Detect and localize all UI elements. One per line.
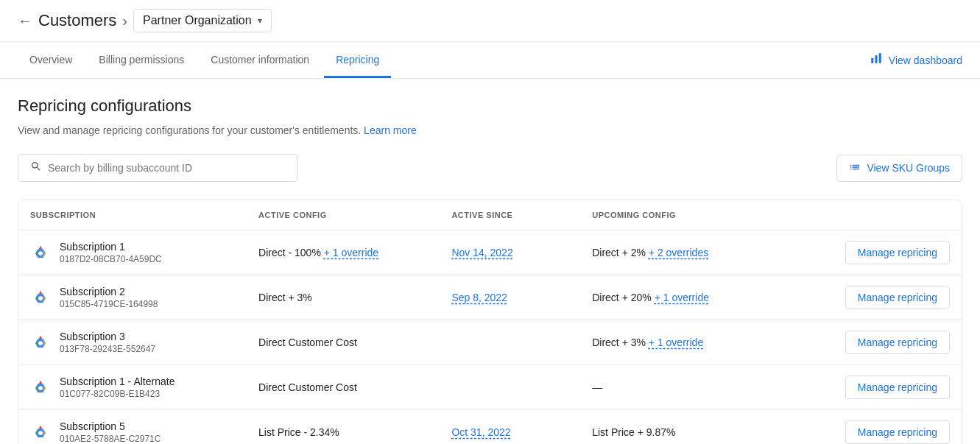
active-config-text: Direct + 3% — [258, 292, 312, 303]
svg-point-3 — [38, 251, 43, 256]
manage-repricing-button[interactable]: Manage repricing — [845, 286, 950, 309]
search-bar — [18, 154, 297, 182]
upcoming-config-cell: Direct + 20% + 1 override — [580, 275, 808, 320]
manage-repricing-button[interactable]: Manage repricing — [845, 241, 950, 264]
search-row: View SKU Groups — [18, 154, 962, 182]
page-title: Repricing configurations — [18, 96, 962, 116]
svg-rect-2 — [879, 53, 881, 63]
search-icon — [30, 161, 42, 175]
active-config-cell: List Price - 2.34% — [247, 410, 440, 445]
manage-repricing-button[interactable]: Manage repricing — [845, 376, 950, 399]
active-since-cell: Nov 14, 2022 — [440, 230, 580, 275]
tab-customer-info[interactable]: Customer information — [199, 42, 321, 78]
active-since-cell: Oct 31, 2022 — [440, 410, 580, 445]
subscription-name: Subscription 1 — [60, 241, 162, 253]
active-config-text: Direct Customer Cost — [258, 336, 357, 348]
view-dashboard-label: View dashboard — [889, 54, 962, 66]
upcoming-config-link[interactable]: + 1 override — [649, 336, 703, 348]
subscription-cell: Subscription 2 015C85-4719CE-164998 — [18, 275, 247, 320]
svg-point-5 — [38, 341, 43, 345]
active-config-cell: Direct + 3% — [247, 275, 440, 320]
col-header-action — [808, 200, 962, 230]
col-header-upcoming-config: Upcoming Config — [580, 200, 808, 230]
learn-more-link[interactable]: Learn more — [364, 124, 417, 136]
upcoming-config-text: Direct + 20% — [592, 292, 652, 303]
table-row: Subscription 3 013F78-29243E-552647 Dire… — [18, 320, 962, 365]
subscriptions-table: Subscription Active Config Active Since … — [18, 200, 962, 444]
active-since-date[interactable]: Oct 31, 2022 — [451, 426, 510, 438]
upcoming-config-link[interactable]: + 1 override — [655, 292, 709, 303]
subscription-id: 015C85-4719CE-164998 — [60, 299, 158, 309]
page-desc-text: View and manage repricing configurations… — [18, 124, 361, 136]
main-content: Repricing configurations View and manage… — [0, 79, 980, 444]
subscription-name: Subscription 2 — [60, 286, 158, 297]
svg-point-7 — [38, 431, 43, 435]
bar-chart-icon — [870, 52, 883, 68]
upcoming-config-text: Direct + 2% — [592, 247, 646, 258]
table-row: Subscription 5 010AE2-5788AE-C2971C List… — [18, 410, 962, 445]
breadcrumb-separator: › — [122, 13, 127, 29]
action-cell: Manage repricing — [808, 320, 962, 365]
action-cell: Manage repricing — [808, 365, 962, 410]
table-row: Subscription 1 - Alternate 01C077-82C09B… — [18, 365, 962, 410]
active-since-cell — [440, 320, 580, 365]
col-header-active-config: Active Config — [247, 200, 440, 230]
subscription-id: 010AE2-5788AE-C2971C — [60, 434, 161, 444]
upcoming-config-text: Direct + 3% — [592, 336, 646, 348]
subscription-id: 0187D2-08CB70-4A59DC — [60, 254, 162, 264]
svg-rect-1 — [875, 55, 877, 63]
subscription-id: 013F78-29243E-552647 — [60, 344, 155, 354]
active-config-text: Direct - 100% — [258, 247, 321, 258]
back-icon: ← — [18, 13, 32, 29]
view-sku-groups-button[interactable]: View SKU Groups — [836, 155, 962, 182]
back-button[interactable]: ← — [18, 13, 32, 29]
svg-point-6 — [38, 386, 43, 390]
active-since-date[interactable]: Nov 14, 2022 — [451, 247, 512, 258]
tabs-bar: Overview Billing permissions Customer in… — [0, 42, 980, 79]
upcoming-config-cell: Direct + 2% + 2 overrides — [580, 230, 808, 275]
active-config-cell: Direct Customer Cost — [247, 365, 440, 410]
subscription-name: Subscription 5 — [60, 420, 161, 432]
subscription-name: Subscription 1 - Alternate — [60, 376, 175, 387]
table-row: Subscription 2 015C85-4719CE-164998 Dire… — [18, 275, 962, 320]
view-dashboard-button[interactable]: View dashboard — [870, 46, 962, 74]
active-config-cell: Direct - 100% + 1 override — [247, 230, 440, 275]
active-since-date[interactable]: Sep 8, 2022 — [451, 292, 507, 303]
breadcrumb-customers: Customers — [38, 11, 116, 30]
subscription-cell: Subscription 5 010AE2-5788AE-C2971C — [18, 410, 247, 445]
view-sku-label: View SKU Groups — [867, 162, 950, 174]
col-header-subscription: Subscription — [18, 200, 247, 230]
page-description: View and manage repricing configurations… — [18, 124, 962, 136]
upcoming-config-text: — — [592, 381, 602, 393]
upcoming-config-cell: — — [580, 365, 808, 410]
subscription-id: 01C077-82C09B-E1B423 — [60, 389, 175, 399]
manage-repricing-button[interactable]: Manage repricing — [845, 331, 950, 354]
list-icon — [849, 161, 861, 175]
search-input[interactable] — [48, 162, 285, 174]
col-header-active-since: Active Since — [440, 200, 580, 230]
subscription-cell: Subscription 1 0187D2-08CB70-4A59DC — [18, 230, 247, 275]
tab-billing[interactable]: Billing permissions — [87, 42, 196, 78]
active-config-link[interactable]: + 1 override — [324, 247, 378, 258]
active-config-text: Direct Customer Cost — [258, 381, 357, 393]
tab-repricing[interactable]: Repricing — [324, 42, 391, 78]
partner-label: Partner Organization — [143, 14, 252, 27]
action-cell: Manage repricing — [808, 230, 962, 275]
chevron-down-icon: ▾ — [258, 15, 262, 26]
active-config-text: List Price - 2.34% — [258, 426, 339, 438]
manage-repricing-button[interactable]: Manage repricing — [845, 420, 950, 444]
partner-dropdown[interactable]: Partner Organization ▾ — [133, 9, 272, 32]
active-since-cell: Sep 8, 2022 — [440, 275, 580, 320]
svg-point-4 — [38, 296, 43, 300]
table-row: Subscription 1 0187D2-08CB70-4A59DC Dire… — [18, 230, 962, 275]
upcoming-config-text: List Price + 9.87% — [592, 426, 675, 438]
active-since-cell — [440, 365, 580, 410]
table-header-row: Subscription Active Config Active Since … — [18, 200, 962, 230]
subscription-name: Subscription 3 — [60, 331, 155, 342]
tab-overview[interactable]: Overview — [18, 42, 84, 78]
active-config-cell: Direct Customer Cost — [247, 320, 440, 365]
upcoming-config-cell: Direct + 3% + 1 override — [580, 320, 808, 365]
upcoming-config-link[interactable]: + 2 overrides — [649, 247, 708, 258]
action-cell: Manage repricing — [808, 410, 962, 445]
subscription-cell: Subscription 3 013F78-29243E-552647 — [18, 320, 247, 365]
